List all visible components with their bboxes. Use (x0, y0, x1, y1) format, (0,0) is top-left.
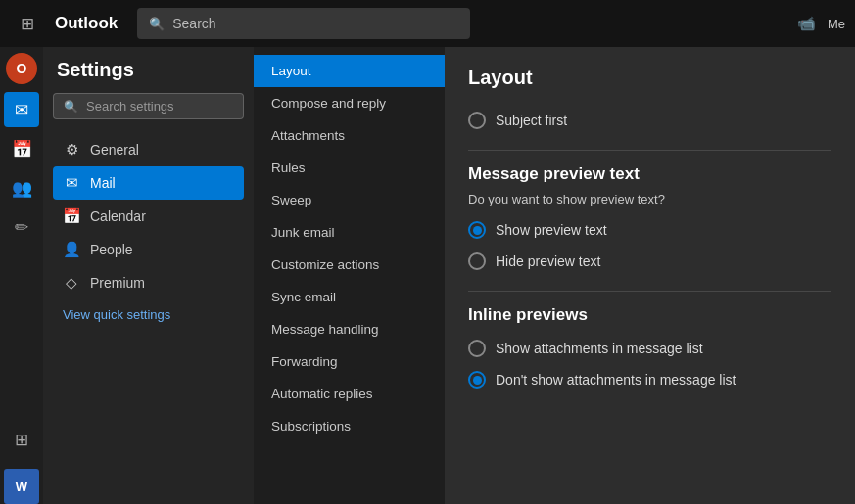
hide-preview-option[interactable]: Hide preview text (468, 246, 831, 277)
general-icon: ⚙ (63, 141, 80, 159)
show-attach-label: Show attachments in message list (496, 341, 703, 356)
menu-item-layout[interactable]: Layout (254, 55, 445, 87)
dont-show-attach-option[interactable]: Don't show attachments in message list (468, 364, 831, 395)
divider-2 (468, 291, 831, 292)
dont-show-attach-label: Don't show attachments in message list (496, 372, 736, 388)
sidebar-item-mail[interactable]: ✉ Mail (53, 166, 244, 200)
show-preview-label: Show preview text (496, 222, 607, 238)
menu-item-compose[interactable]: Compose and reply (254, 87, 445, 119)
sidebar-label-general: General (90, 142, 139, 158)
menu-item-subscriptions[interactable]: Subscriptions (254, 410, 445, 442)
rail-mail-icon[interactable]: ✉ (4, 92, 39, 127)
video-icon[interactable]: 📹 (797, 15, 816, 32)
subject-first-radio[interactable] (468, 112, 486, 129)
show-preview-radio[interactable] (468, 221, 486, 239)
topbar-right: 📹 Me (797, 15, 845, 32)
premium-icon: ◇ (63, 274, 80, 292)
menu-item-forwarding[interactable]: Forwarding (254, 345, 445, 378)
menu-item-sweep[interactable]: Sweep (254, 184, 445, 216)
menu-item-customize[interactable]: Customize actions (254, 249, 445, 281)
topbar-search-input[interactable] (172, 16, 458, 31)
divider-1 (468, 150, 831, 151)
sidebar-label-calendar: Calendar (90, 208, 146, 224)
show-attach-option[interactable]: Show attachments in message list (468, 333, 831, 364)
sidebar-label-people: People (90, 242, 133, 257)
menu-item-rules[interactable]: Rules (254, 152, 445, 184)
sidebar-item-calendar[interactable]: 📅 Calendar (53, 200, 244, 233)
menu-item-handling[interactable]: Message handling (254, 313, 445, 345)
view-quick-settings-link[interactable]: View quick settings (53, 301, 244, 328)
hide-preview-radio[interactable] (468, 252, 486, 270)
search-settings-input[interactable] (86, 99, 233, 114)
show-preview-option[interactable]: Show preview text (468, 214, 831, 246)
layout-section-title: Layout (468, 67, 831, 89)
rail-tasks-icon[interactable]: ✏ (4, 209, 39, 245)
rail-apps-icon[interactable]: ⊞ (4, 422, 39, 457)
sidebar-item-general[interactable]: ⚙ General (53, 133, 244, 166)
subject-first-label: Subject first (496, 113, 567, 128)
right-content: Layout Subject first Message preview tex… (445, 47, 855, 504)
app-logo: Outlook (55, 14, 118, 33)
inline-previews-title: Inline previews (468, 305, 831, 325)
topbar-search-icon: 🔍 (149, 17, 165, 31)
message-preview-question: Do you want to show preview text? (468, 192, 831, 206)
middle-menu: Layout Compose and reply Attachments Rul… (254, 47, 445, 504)
message-preview-title: Message preview text (468, 164, 831, 184)
sidebar-label-premium: Premium (90, 275, 145, 291)
settings-panel: Settings 🔍 ⚙ General ✉ Mail 📅 Calendar 👤… (43, 47, 254, 504)
sidebar-label-mail: Mail (90, 175, 116, 191)
rail-calendar-icon[interactable]: 📅 (4, 131, 39, 166)
dont-show-attach-radio[interactable] (468, 371, 486, 389)
topbar: ⊞ Outlook 🔍 📹 Me (0, 0, 855, 47)
topbar-search-box[interactable]: 🔍 (137, 8, 470, 39)
menu-item-attachments[interactable]: Attachments (254, 119, 445, 152)
sidebar-item-premium[interactable]: ◇ Premium (53, 266, 244, 299)
menu-item-auto-replies[interactable]: Automatic replies (254, 378, 445, 410)
rail-people-icon[interactable]: 👥 (4, 170, 39, 206)
avatar-icon[interactable]: O (6, 53, 37, 84)
rail-word-icon[interactable]: W (4, 469, 39, 504)
mail-icon: ✉ (63, 174, 80, 192)
hide-preview-label: Hide preview text (496, 253, 600, 269)
icon-rail: O ✉ 📅 👥 ✏ ⊞ W (0, 47, 43, 504)
menu-item-junk[interactable]: Junk email (254, 216, 445, 249)
people-icon: 👤 (63, 241, 80, 258)
grid-icon[interactable]: ⊞ (10, 6, 45, 41)
main-content: O ✉ 📅 👥 ✏ ⊞ W Settings 🔍 ⚙ General ✉ Mai… (0, 47, 855, 504)
user-menu[interactable]: Me (828, 17, 845, 31)
calendar-icon: 📅 (63, 207, 80, 225)
sidebar-item-people[interactable]: 👤 People (53, 233, 244, 266)
subject-first-option[interactable]: Subject first (468, 105, 831, 136)
settings-title: Settings (53, 59, 244, 81)
search-settings-icon: 🔍 (64, 100, 78, 114)
menu-item-sync[interactable]: Sync email (254, 281, 445, 313)
show-attach-radio[interactable] (468, 340, 486, 357)
search-settings-box[interactable]: 🔍 (53, 93, 244, 119)
